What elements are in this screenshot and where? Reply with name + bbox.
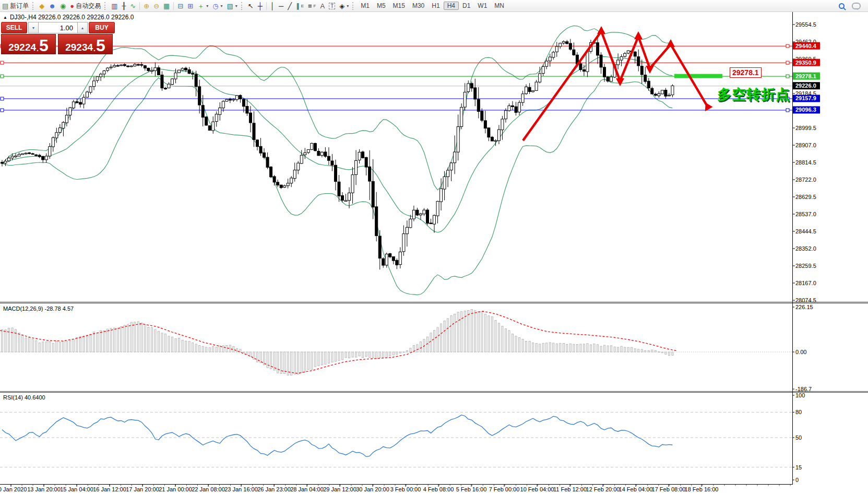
volume-increase-button[interactable]: ▲ <box>77 22 88 33</box>
zoom-in-button[interactable]: ⊕ <box>141 1 151 10</box>
timeframe-w1[interactable]: W1 <box>474 2 491 10</box>
candle-body <box>314 143 316 150</box>
candle-body <box>515 107 517 112</box>
toolbar-right-group <box>839 3 861 9</box>
macd-histogram-bar <box>341 352 343 360</box>
candle-body <box>671 86 674 95</box>
time-tick-label: 30 Jan 20:00 <box>356 486 389 492</box>
timeframe-m30[interactable]: M30 <box>409 2 428 10</box>
candle-body <box>375 207 378 236</box>
sell-price-box[interactable]: 29224 . 5 <box>1 34 56 54</box>
macd-histogram-bar <box>39 343 40 352</box>
crosshair-button[interactable]: ┼ <box>256 1 265 10</box>
timeframe-m1[interactable]: M1 <box>357 2 373 10</box>
timeframe-h1[interactable]: H1 <box>428 2 443 10</box>
cursor-button[interactable]: ↖ <box>246 1 256 10</box>
macd-histogram-bar <box>59 342 61 352</box>
price-tick-label: 28629.5 <box>795 194 816 200</box>
clock-icon: ◷ <box>212 3 218 9</box>
label-tool-button[interactable]: T <box>327 1 337 10</box>
tile-windows-button[interactable]: ▦ <box>161 1 172 10</box>
chat-icon[interactable] <box>852 3 861 9</box>
macd-histogram-bar <box>461 312 462 352</box>
candle-chart-icon: ╂ <box>122 3 126 9</box>
macd-histogram-bar <box>212 347 214 352</box>
candle-body <box>382 258 385 265</box>
collapse-icon[interactable]: ▲ <box>3 15 7 20</box>
macd-histogram-bar <box>379 352 381 358</box>
macd-histogram-bar <box>484 314 486 352</box>
timeframe-h4[interactable]: H4 <box>444 2 459 10</box>
macd-histogram-bar <box>274 352 275 370</box>
macd-histogram-bar <box>488 316 490 352</box>
price-level-chip-label: 29440.4 <box>795 43 817 49</box>
candle-body <box>110 67 112 68</box>
chart-shift-button[interactable]: ▧ ▾ <box>225 1 240 10</box>
level-anchor <box>786 75 789 78</box>
buy-button[interactable]: BUY <box>89 22 115 33</box>
level-anchor <box>1 75 4 78</box>
arrange-a-icon: ⊟ <box>177 3 183 9</box>
macd-histogram-bar <box>11 328 13 352</box>
new-order-button[interactable]: ▤ 新订单 <box>0 1 31 10</box>
macd-histogram-bar <box>151 327 152 352</box>
buy-price-box[interactable]: 29234 . 5 <box>58 34 113 54</box>
macd-histogram-bar <box>63 341 64 352</box>
candle-body <box>658 93 660 96</box>
macd-histogram-bar <box>66 341 67 352</box>
time-tick-label: 13 Jan 20:00 <box>27 486 61 492</box>
price-level-label[interactable]: 29278.1 <box>730 67 762 78</box>
candle-body <box>11 156 14 158</box>
timeframe-m5[interactable]: M5 <box>373 2 389 10</box>
volume-decrease-button[interactable]: ▼ <box>28 22 39 33</box>
macd-histogram-bar <box>284 352 286 373</box>
timeframe-mn[interactable]: MN <box>491 2 508 10</box>
macd-histogram-bar <box>141 323 142 352</box>
signals-button[interactable]: ◉ <box>58 1 68 10</box>
bar-chart-icon: ▥ <box>111 3 117 9</box>
period-clock-button[interactable]: ◷ ▾ <box>210 1 224 10</box>
fibonacci-tool-button[interactable]: ≡F <box>306 1 318 10</box>
arrows-tool-button[interactable]: ◈ ▾ <box>337 1 351 10</box>
text-tool-button[interactable]: A <box>318 1 327 10</box>
arrange-b-button[interactable]: ⊞ <box>185 1 195 10</box>
macd-histogram-bar <box>566 345 568 352</box>
add-chart-button[interactable]: ＋ ▾ <box>195 1 210 10</box>
auto-trading-button[interactable]: ● 自动交易 <box>68 1 103 10</box>
search-icon[interactable] <box>839 3 845 9</box>
zigzag-arrowhead <box>701 102 713 113</box>
macd-histogram-bar <box>188 342 190 352</box>
level-anchor <box>786 44 789 48</box>
candle-body <box>239 96 242 99</box>
timeframe-d1[interactable]: D1 <box>459 2 474 10</box>
candle-chart-button[interactable]: ╂ <box>120 1 128 10</box>
zoom-in-icon: ⊕ <box>144 3 149 9</box>
terminal-button[interactable]: ☻ <box>46 1 58 10</box>
turning-point-note[interactable]: 多空转折点 <box>717 85 790 104</box>
macd-histogram-bar <box>338 352 340 360</box>
time-tick-label: 22 Jan 08:00 <box>192 486 225 492</box>
sell-button[interactable]: SELL <box>1 22 27 33</box>
candle-body <box>460 107 463 126</box>
volume-value[interactable]: 1.00 <box>39 22 77 33</box>
hline-tool-button[interactable]: ─ <box>277 1 286 10</box>
candle-body <box>470 84 473 88</box>
candle-body <box>273 177 276 182</box>
macd-histogram-bar <box>645 350 646 352</box>
vline-tool-button[interactable]: │ <box>268 1 277 10</box>
candle-body <box>542 66 544 73</box>
market-watch-button[interactable]: ◆ <box>37 1 46 10</box>
channel-tool-button[interactable]: ∥E <box>294 1 306 10</box>
zoom-out-button[interactable]: ⊖ <box>151 1 161 10</box>
arrange-a-button[interactable]: ⊟ <box>175 1 185 10</box>
candle-body <box>477 99 480 111</box>
timeframe-m15[interactable]: M15 <box>389 2 409 10</box>
macd-histogram-bar <box>597 345 598 352</box>
line-chart-button[interactable]: ∿ <box>128 1 138 10</box>
candle-body <box>49 147 51 156</box>
trendline-tool-button[interactable]: ╱ <box>286 1 294 10</box>
bar-chart-button[interactable]: ▥ <box>109 1 120 10</box>
toolbar-separator <box>173 2 174 10</box>
macd-histogram-bar <box>5 330 6 352</box>
macd-histogram-bar <box>79 336 81 352</box>
